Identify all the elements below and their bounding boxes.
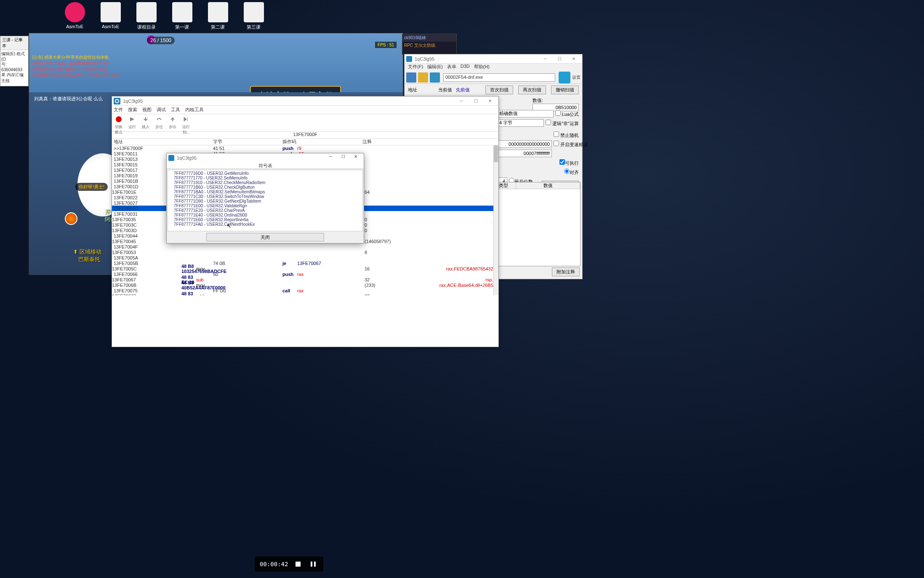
symbol-item[interactable]: 7FF877771E60 - USER32.ReportInertia (174, 217, 357, 222)
menu-search[interactable]: 搜索 (128, 107, 137, 113)
desktop-icon-asmtoe2[interactable]: AsmToE (97, 2, 124, 30)
ce-range-hi-input[interactable] (497, 150, 552, 157)
desktop-icon-lesson2[interactable]: 第二课 (204, 2, 232, 30)
ce-menu-help[interactable]: 帮助(H) (474, 64, 490, 71)
ce-process-name[interactable]: 00002F54-dnf.exe (443, 73, 555, 82)
notepad-window[interactable]: 三课 - 记事本 编辑(E) 格式(O 号: 636044693 果 内存汇编 … (0, 36, 29, 86)
ce-addr-label: 地址 (408, 87, 433, 93)
step-out-button[interactable]: 步出 (168, 115, 178, 130)
minimize-button[interactable]: ─ (455, 97, 468, 105)
game-chat-line: 刘真真：谁邀请我进3公会呢 么么 (34, 96, 103, 102)
ce-range-lo-input[interactable] (497, 140, 552, 148)
ce-menu-edit[interactable]: 编辑(E) (427, 64, 443, 71)
ce-undo-scan-button[interactable]: 撤销扫描 (551, 86, 579, 94)
symbol-item[interactable]: 7FF877771C30 - USER32.SwitchToThisWindow (174, 194, 357, 199)
symbol-item[interactable]: 7FF877771FA0 - USER32.CallNextHookEx (174, 222, 357, 227)
menu-view[interactable]: 视图 (142, 107, 152, 113)
game-zone-marker[interactable]: ⬆ 区域移动 (73, 248, 101, 256)
symbol-close-button[interactable]: ✕ (349, 154, 362, 162)
ce-open-file-icon[interactable] (418, 72, 428, 83)
asm-row[interactable]: 13FE7006650pushrax (112, 271, 498, 277)
col-opcode[interactable]: 操作码 (282, 139, 362, 145)
breakpoint-button[interactable]: 切换断点 (114, 115, 124, 135)
symbol-table-dialog[interactable]: 1qC3lg95 ─ ☐ ✕ 符号表 7FF8777716D0 - USER32… (166, 153, 364, 244)
menu-file[interactable]: 文件 (114, 107, 123, 113)
game-player-avatar[interactable] (65, 212, 77, 225)
debugger-menubar[interactable]: 文件 搜索 视图 调试 工具 内核工具 (112, 106, 498, 114)
ce-titlebar[interactable]: 1qC3lg95 ─ ☐ ✕ (405, 54, 582, 64)
symbol-close-action[interactable]: 关闭 (206, 233, 324, 241)
run-button[interactable]: 运行 (127, 115, 137, 130)
symbol-item[interactable]: 7FF877771910 - USER32.CheckMenuRadioItem (174, 180, 357, 185)
ce-menu-table[interactable]: 表单 (447, 64, 456, 71)
ce-col-value[interactable]: 数值 (516, 182, 580, 189)
ce-lua-checkbox[interactable] (555, 110, 561, 116)
ce-open-process-icon[interactable] (406, 72, 416, 83)
symbol-tab[interactable]: 符号表 (167, 163, 364, 169)
menu-kernel[interactable]: 内核工具 (185, 107, 204, 113)
symbol-item[interactable]: 7FF877771E00 - USER32.ValidateRgn (174, 203, 357, 208)
video-pause-button[interactable] (308, 559, 318, 569)
ce-first-scan-button[interactable]: 首次扫描 (485, 86, 513, 94)
symbol-item[interactable]: 7FF877771770 - USER32.SetMenuInfo (174, 176, 357, 180)
video-stop-button[interactable] (293, 559, 303, 569)
symbol-maximize-button[interactable]: ☐ (337, 154, 349, 162)
asm-row[interactable]: 13FE7004F (112, 244, 498, 249)
step-over-button[interactable]: 步过 (154, 115, 164, 130)
asm-row[interactable]: 3213FE7007748 83 C4 20addrsp,20 (112, 293, 498, 295)
desktop-icon-asmtoe1[interactable]: AsmToE (61, 2, 88, 30)
ce-banner-icon[interactable] (559, 72, 570, 83)
menu-tools[interactable]: 工具 (171, 107, 180, 113)
symbol-list[interactable]: 7FF8777716D0 - USER32.GetMenuInfo7FF8777… (168, 170, 363, 231)
menu-debug[interactable]: 调试 (157, 107, 166, 113)
col-address[interactable]: 地址 (112, 139, 213, 145)
asm-row[interactable]: >>13FE7000F41 51pushr9 (112, 145, 498, 151)
symbol-item[interactable]: 7FF8777716D0 - USER32.GetMenuInfo (174, 171, 357, 176)
ce-menu-d3d[interactable]: D3D (461, 64, 470, 71)
symbol-item[interactable]: 7FF877771BA0 - USER32.SetMenuItemBitmaps (174, 190, 357, 194)
ce-align-radio[interactable] (564, 169, 570, 174)
asm-row[interactable]: 13FE7005B74 0Bje13FE70067 (112, 260, 498, 266)
asm-row[interactable]: 1613FE7005C48 B8 1032547698BADCFEmovrax,… (112, 266, 498, 271)
ce-attach-note-button[interactable]: 附加注释 (552, 268, 580, 276)
desktop-icon-lesson1[interactable]: 第一课 (168, 2, 196, 30)
desktop-icon-course[interactable]: 课程目录 (133, 2, 160, 30)
ce-next-scan-button[interactable]: 再次扫描 (518, 86, 546, 94)
ce-menu-file[interactable]: 文件(F) (408, 64, 423, 71)
ce-settings-label[interactable]: 设置 (572, 75, 580, 80)
asm-row[interactable]: 13FE7005A (112, 255, 498, 260)
asm-row[interactable]: (233)13FE7006B48 B8 40B52A4AF87F0000movr… (112, 282, 498, 288)
col-bytes[interactable]: 字节 (213, 139, 282, 145)
ce-speed-checkbox[interactable] (554, 141, 559, 146)
symbol-titlebar[interactable]: 1qC3lg95 ─ ☐ ✕ (167, 153, 364, 163)
ce-value-type-select[interactable]: 4 字节 (497, 119, 544, 127)
ce-not-checkbox[interactable] (546, 120, 551, 125)
col-comment[interactable]: 注释 (362, 139, 498, 145)
debugger-titlebar[interactable]: 1qC3lg95 ─ ☐ ✕ (112, 96, 498, 106)
maximize-button[interactable]: ☐ (469, 97, 482, 105)
symbol-item[interactable]: 7FF877771E20 - USER32.CharPrevA (174, 208, 357, 213)
symbol-minimize-button[interactable]: ─ (324, 154, 337, 162)
ce-save-icon[interactable] (430, 72, 440, 83)
symbol-item[interactable]: 7FF877771D90 - USER32.GetNextDlgTabItem (174, 199, 357, 203)
symbol-item[interactable]: 7FF877771B60 - USER32.CheckDlgButton (174, 185, 357, 190)
video-controls[interactable]: 00:00:42 (255, 557, 323, 572)
symbol-item[interactable]: 7FF877771E40 - USER32.Ordinal2600 (174, 213, 357, 217)
ce-random-checkbox[interactable] (554, 131, 559, 137)
notepad-titlebar[interactable]: 三课 - 记事本 (0, 36, 28, 50)
ce-minimize-button[interactable]: ─ (538, 55, 552, 63)
desktop-icon-lesson3[interactable]: 第三课 (240, 2, 267, 30)
ce-close-button[interactable]: ✕ (567, 55, 580, 63)
game-hp-display: 26 / 1500 (147, 37, 175, 44)
ce-scan-type-select[interactable]: 精确数值 (497, 110, 554, 118)
ce-menubar[interactable]: 文件(F) 编辑(E) 表单 D3D 帮助(H) (405, 64, 582, 71)
close-button[interactable]: ✕ (483, 97, 497, 105)
ce-exec-checkbox[interactable] (559, 159, 565, 165)
step-into-button[interactable]: 跳入 (141, 115, 151, 130)
run-to-button[interactable]: 运行到... (181, 115, 191, 135)
asm-scrollbar[interactable] (493, 145, 498, 295)
asm-row[interactable]: 13FE70075FF D0callrax (112, 288, 498, 293)
asm-row[interactable]: 3213FE7006748 83 EC 20subrsp,20 (112, 277, 498, 282)
ce-maximize-button[interactable]: ☐ (553, 55, 566, 63)
asm-row[interactable]: 813FE70053 (112, 249, 498, 255)
